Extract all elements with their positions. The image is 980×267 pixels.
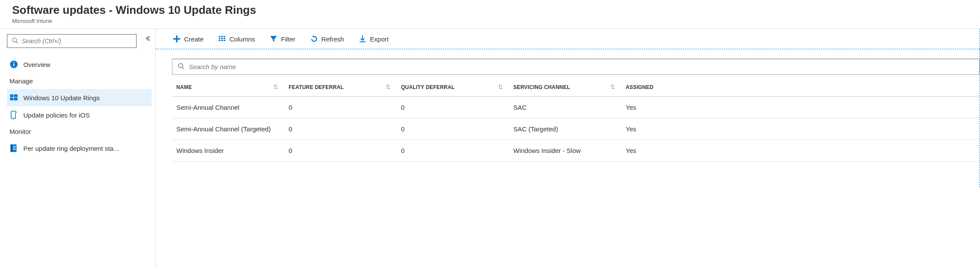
svg-rect-8 bbox=[14, 98, 18, 100]
name-filter-input[interactable] bbox=[189, 63, 974, 70]
svg-point-4 bbox=[13, 62, 15, 63]
nav-label: Update policies for iOS bbox=[23, 111, 89, 119]
info-icon bbox=[10, 60, 18, 69]
svg-rect-26 bbox=[223, 40, 225, 41]
collapse-sidebar-button[interactable] bbox=[144, 35, 151, 43]
svg-line-30 bbox=[182, 67, 184, 69]
table-row[interactable]: Semi-Annual Channel (Targeted) 0 0 SAC (… bbox=[172, 118, 980, 140]
svg-rect-20 bbox=[219, 40, 220, 41]
search-icon bbox=[178, 63, 185, 71]
nav-label: Per update ring deployment sta... bbox=[23, 145, 119, 152]
svg-rect-23 bbox=[221, 40, 223, 41]
cell-feature-deferral: 0 bbox=[284, 97, 397, 118]
refresh-icon bbox=[310, 35, 318, 43]
windows-icon bbox=[10, 93, 18, 102]
column-header-servicing-channel[interactable]: SERVICING CHANNEL bbox=[509, 77, 621, 97]
svg-rect-7 bbox=[10, 98, 13, 100]
sort-icon bbox=[385, 84, 391, 90]
report-icon bbox=[10, 144, 18, 153]
page-title: Software updates - Windows 10 Update Rin… bbox=[12, 3, 968, 17]
svg-rect-24 bbox=[223, 36, 225, 37]
svg-rect-25 bbox=[223, 38, 225, 39]
svg-rect-19 bbox=[219, 38, 220, 39]
sidebar-search[interactable] bbox=[7, 34, 137, 48]
sidebar-search-input[interactable] bbox=[22, 38, 132, 44]
page-subtitle: Microsoft Intune bbox=[12, 18, 968, 24]
sidebar: Overview Manage Windows 10 Update Rings … bbox=[0, 29, 156, 267]
svg-line-1 bbox=[16, 41, 18, 43]
cell-assigned: Yes bbox=[621, 97, 980, 118]
cell-feature-deferral: 0 bbox=[284, 118, 397, 140]
svg-rect-21 bbox=[221, 36, 223, 37]
cell-assigned: Yes bbox=[621, 140, 980, 162]
phone-update-icon bbox=[10, 111, 18, 119]
cell-name: Semi-Annual Channel bbox=[172, 97, 284, 118]
filter-icon bbox=[270, 35, 277, 43]
cell-quality-deferral: 0 bbox=[397, 118, 509, 140]
toolbar: Create Columns Filter Refresh bbox=[156, 29, 980, 49]
sidebar-item-update-rings[interactable]: Windows 10 Update Rings bbox=[7, 89, 152, 106]
sort-icon bbox=[273, 84, 278, 90]
column-header-name[interactable]: NAME bbox=[172, 77, 284, 97]
export-button[interactable]: Export bbox=[359, 35, 388, 43]
button-label: Create bbox=[184, 35, 204, 43]
search-icon bbox=[12, 37, 18, 45]
button-label: Columns bbox=[229, 35, 255, 43]
plus-icon bbox=[173, 35, 181, 43]
main-pane: Create Columns Filter Refresh bbox=[156, 29, 980, 267]
refresh-button[interactable]: Refresh bbox=[310, 35, 344, 43]
columns-icon bbox=[218, 35, 226, 43]
update-rings-table: NAME FEATURE DEFERRAL QUALITY DEFERRAL bbox=[172, 77, 980, 162]
svg-rect-6 bbox=[14, 95, 18, 97]
cell-name: Windows Insider bbox=[172, 140, 284, 162]
name-filter[interactable] bbox=[172, 59, 980, 75]
button-label: Refresh bbox=[321, 35, 344, 43]
table-row[interactable]: Windows Insider 0 0 Windows Insider - Sl… bbox=[172, 140, 980, 162]
svg-rect-15 bbox=[13, 149, 16, 150]
cell-servicing-channel: Windows Insider - Slow bbox=[509, 140, 621, 162]
svg-rect-14 bbox=[13, 148, 16, 149]
button-label: Export bbox=[370, 35, 388, 43]
button-label: Filter bbox=[281, 35, 295, 43]
nav-label: Overview bbox=[23, 61, 51, 68]
cell-feature-deferral: 0 bbox=[284, 140, 397, 162]
page-header: Software updates - Windows 10 Update Rin… bbox=[0, 0, 980, 29]
cell-name: Semi-Annual Channel (Targeted) bbox=[172, 118, 284, 140]
svg-point-0 bbox=[13, 38, 16, 42]
columns-button[interactable]: Columns bbox=[218, 35, 255, 43]
svg-rect-22 bbox=[221, 38, 223, 39]
cell-quality-deferral: 0 bbox=[397, 140, 509, 162]
svg-point-10 bbox=[13, 117, 14, 118]
svg-rect-5 bbox=[10, 95, 13, 97]
table-row[interactable]: Semi-Annual Channel 0 0 SAC Yes bbox=[172, 97, 980, 118]
create-button[interactable]: Create bbox=[173, 35, 204, 43]
section-monitor: Monitor bbox=[7, 124, 152, 140]
sidebar-item-ios-policies[interactable]: Update policies for iOS bbox=[7, 106, 152, 124]
cell-servicing-channel: SAC bbox=[509, 97, 621, 118]
column-header-assigned[interactable]: ASSIGNED bbox=[621, 77, 980, 97]
svg-point-29 bbox=[178, 64, 183, 68]
export-icon bbox=[359, 35, 366, 43]
svg-rect-12 bbox=[11, 144, 13, 152]
svg-rect-13 bbox=[13, 146, 16, 147]
sidebar-item-overview[interactable]: Overview bbox=[7, 56, 152, 73]
sidebar-item-deployment-status[interactable]: Per update ring deployment sta... bbox=[7, 140, 152, 157]
section-manage: Manage bbox=[7, 73, 152, 89]
sort-icon bbox=[498, 84, 503, 90]
svg-rect-18 bbox=[219, 36, 220, 37]
column-header-quality-deferral[interactable]: QUALITY DEFERRAL bbox=[397, 77, 509, 97]
cell-servicing-channel: SAC (Targeted) bbox=[509, 118, 621, 140]
cell-quality-deferral: 0 bbox=[397, 97, 509, 118]
sort-icon bbox=[610, 84, 615, 90]
column-header-feature-deferral[interactable]: FEATURE DEFERRAL bbox=[284, 77, 397, 97]
nav-label: Windows 10 Update Rings bbox=[23, 94, 100, 102]
svg-rect-3 bbox=[13, 64, 14, 66]
cell-assigned: Yes bbox=[621, 118, 980, 140]
filter-button[interactable]: Filter bbox=[270, 35, 295, 43]
